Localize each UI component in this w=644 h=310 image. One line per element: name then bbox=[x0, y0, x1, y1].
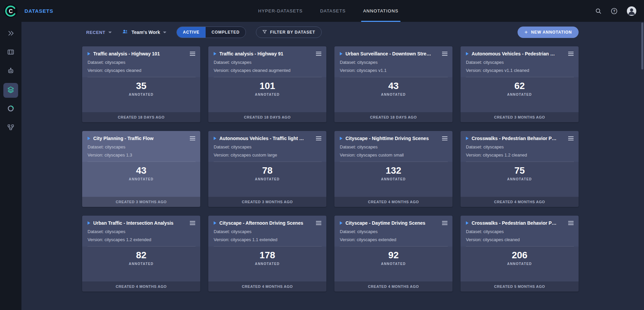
card-count: 78 bbox=[262, 165, 272, 176]
annotation-card-grid: Traffic analysis - Highway 101 Dataset: … bbox=[82, 46, 579, 292]
card-created: CREATED 4 MONTHS AGO bbox=[208, 281, 326, 292]
card-count: 43 bbox=[136, 165, 146, 176]
annotation-play-icon bbox=[214, 137, 216, 140]
card-count: 92 bbox=[388, 250, 398, 261]
toolbar: RECENT Team's Work ACTIVE COMPLETED bbox=[82, 27, 579, 38]
card-menu-icon[interactable] bbox=[316, 51, 322, 57]
search-icon[interactable] bbox=[595, 8, 602, 14]
annotation-card[interactable]: Traffic analysis - Highway 91 Dataset: c… bbox=[208, 46, 326, 122]
card-created: CREATED 4 MONTHS AGO bbox=[461, 197, 579, 207]
card-dataset: Dataset: cityscapes bbox=[88, 229, 196, 234]
annotation-play-icon bbox=[88, 137, 90, 140]
svg-text:C: C bbox=[9, 8, 13, 14]
card-version: Version: cityscapes cleaned bbox=[88, 68, 196, 73]
card-title: Traffic analysis - Highway 101 bbox=[93, 51, 186, 56]
sidebar-item-boards[interactable] bbox=[3, 45, 18, 60]
card-menu-icon[interactable] bbox=[442, 220, 448, 226]
tab-datasets[interactable]: DATASETS bbox=[311, 0, 354, 22]
card-title: Cityscape - Daytime Driving Scenes bbox=[345, 220, 438, 226]
boards-icon bbox=[7, 48, 14, 57]
card-annotated-label: ANNOTATED bbox=[381, 262, 406, 266]
annotation-card[interactable]: Cityscape - Daytime Driving Scenes Datas… bbox=[334, 216, 452, 292]
card-count: 75 bbox=[514, 165, 525, 176]
top-tabs: HYPER-DATASETS DATASETS ANNOTATIONS bbox=[250, 0, 407, 22]
card-title: Autonomous Vehicles - Traffic light … bbox=[219, 136, 312, 141]
sidebar bbox=[0, 22, 21, 310]
segment-completed[interactable]: COMPLETED bbox=[206, 27, 246, 38]
card-dataset: Dataset: cityscapes bbox=[88, 144, 196, 149]
annotation-card[interactable]: Cityscape - Nighttime Driving Scenes Dat… bbox=[334, 131, 452, 207]
card-count: 35 bbox=[136, 81, 146, 91]
card-count: 206 bbox=[512, 250, 528, 261]
card-count: 101 bbox=[260, 81, 275, 91]
annotation-card[interactable]: Urban Traffic - Intersection Analysis Da… bbox=[82, 216, 200, 292]
card-menu-icon[interactable] bbox=[190, 135, 196, 141]
filter-by-dataset-button[interactable]: FILTER BY DATASET bbox=[256, 27, 321, 38]
tab-annotations[interactable]: ANNOTATIONS bbox=[355, 0, 407, 22]
card-menu-icon[interactable] bbox=[568, 51, 574, 57]
card-version: Version: cityscapes cleaned augmented bbox=[214, 68, 322, 73]
annotation-card[interactable]: City Planning - Traffic Flow Dataset: ci… bbox=[82, 131, 200, 207]
annotation-play-icon bbox=[340, 52, 342, 55]
annotator-icon bbox=[7, 67, 14, 76]
card-title: Urban Traffic - Intersection Analysis bbox=[93, 220, 186, 226]
main-content: RECENT Team's Work ACTIVE COMPLETED bbox=[21, 22, 644, 310]
sort-dropdown-label: RECENT bbox=[86, 30, 105, 35]
card-menu-icon[interactable] bbox=[568, 135, 574, 141]
card-menu-icon[interactable] bbox=[190, 51, 196, 57]
annotation-card[interactable]: Crosswalks - Pedestrian Behavior P… Data… bbox=[461, 216, 579, 292]
chevron-down-icon bbox=[163, 32, 166, 33]
card-annotated-label: ANNOTATED bbox=[255, 262, 280, 266]
scope-dropdown[interactable]: Team's Work bbox=[122, 28, 166, 36]
segment-active[interactable]: ACTIVE bbox=[177, 27, 205, 38]
reports-icon bbox=[7, 105, 14, 114]
sidebar-item-launch[interactable] bbox=[3, 27, 18, 41]
annotation-play-icon bbox=[340, 137, 342, 140]
card-title: Traffic analysis - Highway 91 bbox=[219, 51, 312, 56]
team-icon bbox=[122, 28, 128, 36]
card-created: CREATED 18 DAYS AGO bbox=[82, 112, 200, 122]
annotation-card[interactable]: Crosswalks - Pedestrian Behavior P… Data… bbox=[461, 131, 579, 207]
tab-hyper-datasets[interactable]: HYPER-DATASETS bbox=[250, 0, 312, 22]
card-annotated-label: ANNOTATED bbox=[381, 177, 406, 181]
card-version: Version: cityscapes custom small bbox=[340, 152, 448, 158]
card-menu-icon[interactable] bbox=[316, 135, 322, 141]
card-menu-icon[interactable] bbox=[316, 220, 322, 226]
annotation-card[interactable]: Autonomous Vehicles - Traffic light … Da… bbox=[208, 131, 326, 207]
annotation-play-icon bbox=[466, 137, 469, 140]
sidebar-item-reports[interactable] bbox=[3, 102, 18, 117]
user-avatar[interactable] bbox=[627, 6, 637, 16]
annotation-card[interactable]: Autonomous Vehicles - Pedestrian … Datas… bbox=[461, 46, 579, 122]
card-title: Autonomous Vehicles - Pedestrian … bbox=[472, 51, 565, 56]
sidebar-item-annotator[interactable] bbox=[3, 64, 18, 79]
vertical-scrollbar[interactable] bbox=[641, 23, 643, 70]
card-annotated-label: ANNOTATED bbox=[381, 93, 406, 96]
card-created: CREATED 3 MONTHS AGO bbox=[208, 197, 326, 207]
sort-dropdown[interactable]: RECENT bbox=[86, 30, 112, 35]
funnel-icon bbox=[262, 30, 267, 35]
annotation-card[interactable]: Cityscape - Afternoon Driving Scenes Dat… bbox=[208, 216, 326, 292]
annotation-play-icon bbox=[214, 52, 216, 55]
svg-text:?: ? bbox=[613, 9, 615, 13]
card-menu-icon[interactable] bbox=[442, 135, 448, 141]
sidebar-item-datasets[interactable] bbox=[3, 83, 18, 98]
help-icon[interactable]: ? bbox=[610, 7, 618, 15]
card-dataset: Dataset: cityscapes bbox=[214, 144, 322, 149]
card-menu-icon[interactable] bbox=[442, 51, 448, 57]
card-count: 82 bbox=[136, 250, 146, 261]
card-version: Version: cityscapes 1.3 bbox=[88, 152, 196, 158]
card-created: CREATED 4 MONTHS AGO bbox=[82, 281, 200, 292]
annotation-card[interactable]: Urban Surveillance - Downtown Stre… Data… bbox=[334, 46, 452, 122]
card-created: CREATED 3 MONTHS AGO bbox=[82, 197, 200, 207]
annotation-card[interactable]: Traffic analysis - Highway 101 Dataset: … bbox=[82, 46, 200, 122]
card-menu-icon[interactable] bbox=[190, 220, 196, 226]
card-dataset: Dataset: cityscapes bbox=[466, 60, 574, 65]
card-menu-icon[interactable] bbox=[568, 220, 574, 226]
sidebar-item-pipelines[interactable] bbox=[3, 121, 18, 135]
card-created: CREATED 18 DAYS AGO bbox=[208, 112, 326, 122]
new-annotation-button[interactable]: + NEW ANNOTATION bbox=[518, 27, 579, 38]
annotation-play-icon bbox=[466, 52, 469, 55]
card-dataset: Dataset: cityscapes bbox=[340, 144, 448, 149]
annotation-play-icon bbox=[466, 221, 469, 225]
topbar: C DATASETS HYPER-DATASETS DATASETS ANNOT… bbox=[0, 0, 644, 22]
